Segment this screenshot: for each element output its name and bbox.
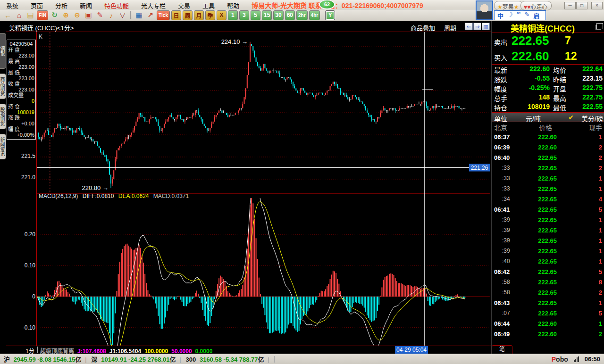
refresh-icon[interactable]: ↻ <box>50 10 59 20</box>
chart-tab-title[interactable]: 美精铜连 (CHCC)<1分> <box>9 23 74 32</box>
menu-item[interactable]: 分析 <box>49 0 74 9</box>
unit-bar[interactable]: 单位 元/吨 ✔ 美分/磅 <box>492 112 604 122</box>
layers-icon[interactable]: ▣ <box>84 10 93 20</box>
ask-row[interactable]: 卖出 222.65 7 <box>492 33 604 49</box>
index-turnover: 1546.15 <box>53 356 76 363</box>
alert-icon[interactable]: ♪ <box>106 10 116 20</box>
tick-row: 06:41 222.65 5 <box>492 205 604 215</box>
tick-price: 222.60 <box>528 320 557 327</box>
index-turnover-unit: 亿 <box>76 356 82 363</box>
menu-item[interactable]: 交易 <box>172 0 196 9</box>
panel-restore-icon[interactable] <box>596 23 603 29</box>
ime-lang-icon[interactable]: 中 <box>497 11 503 20</box>
period-link[interactable]: 周期 <box>444 23 456 32</box>
tick-time: 06:43 <box>494 299 510 306</box>
menu-item[interactable]: 新闻 <box>74 0 98 9</box>
period-4hr-button[interactable]: 4hr <box>309 10 320 20</box>
period-week-button[interactable]: 周 <box>183 10 193 20</box>
tick-row: :34 222.65 4 <box>492 195 604 205</box>
overlay-link[interactable]: 商品叠加 <box>411 23 435 32</box>
period-tick-button[interactable]: Tick <box>157 10 170 20</box>
period-3min-button[interactable]: 3 <box>239 10 249 20</box>
info-value: +0.00% <box>8 132 34 138</box>
signal-icon <box>574 356 579 362</box>
ime-punct-icon[interactable]: °’ <box>517 11 521 20</box>
sidebar-tab[interactable]: 股指期货 <box>0 104 6 129</box>
sidebar-tab[interactable]: 铜银 <box>0 33 6 69</box>
stat-value: 222.64 <box>570 65 603 73</box>
macd-axis-label: 0 <box>12 293 35 300</box>
menu-item[interactable]: 特色功能 <box>98 0 135 9</box>
sidebar-tab[interactable]: 商品期货 <box>0 74 6 99</box>
next-contract-icon[interactable]: ⇒ <box>473 23 481 30</box>
period-month-button[interactable]: 月 <box>194 10 204 20</box>
minimize-button[interactable]: ─ <box>564 2 576 9</box>
tick-table[interactable]: 06:37 222.60 1 06:39 222.60 2 06:40 222.… <box>492 132 604 340</box>
menu-item[interactable]: 光大专栏 <box>135 0 172 9</box>
ime-board-icon[interactable]: 启 <box>533 11 539 20</box>
ohlc-info-box[interactable]: 04290504 开 盘223.00最 高223.00最 低223.00收 盘2… <box>7 40 36 140</box>
period-2hr-button[interactable]: 2hr <box>296 10 308 20</box>
stat-value: 222.55 <box>570 103 603 110</box>
mengyi-button[interactable]: ★梦易★ <box>494 1 523 10</box>
indicator-value: 0.0000 <box>195 348 213 355</box>
unit-alt-value[interactable]: 美分/磅 <box>581 114 603 123</box>
notes-icon[interactable]: ▤ <box>25 10 35 20</box>
filter-icon[interactable]: ▽ <box>117 10 127 20</box>
svg-text:220.80 →: 220.80 → <box>82 184 109 191</box>
menu-item[interactable]: 页面 <box>25 0 49 9</box>
sidebar-tabs: 铜银商品期货股指期货新闻资讯 <box>0 33 6 159</box>
fin-info-button[interactable]: FIN <box>37 10 48 20</box>
period-year-button[interactable]: Y <box>325 10 335 20</box>
xinlianxin-button[interactable]: ♥♥心连心 <box>520 1 552 10</box>
tick-tab[interactable]: 笔 <box>492 345 512 354</box>
trend-chart-icon[interactable]: ↗ <box>145 10 155 20</box>
info-field: 最 高223.00 <box>8 58 34 70</box>
footer-period-label[interactable]: 1分 <box>6 347 34 355</box>
bid-row[interactable]: 买入 222.60 12 <box>492 49 604 65</box>
back-icon[interactable]: ← <box>3 10 13 20</box>
tick-price: 222.65 <box>528 258 557 265</box>
home-icon[interactable]: ⌂ <box>14 10 24 20</box>
tick-row: :33 222.65 1 <box>492 184 604 195</box>
draw-icon[interactable]: ✎ <box>95 10 105 20</box>
zoom-out-icon[interactable]: ⊖ <box>72 10 82 20</box>
tick-row: 06:43 222.65 1 <box>492 298 604 309</box>
quote-stat-row: 总手 148 最高 222.75 <box>492 93 604 103</box>
split-view-icon[interactable]: ▥ <box>482 23 490 30</box>
stat-value: 223.15 <box>570 74 603 82</box>
period-custom-button[interactable]: X <box>217 10 226 20</box>
period-5min-button[interactable]: 5 <box>251 10 260 20</box>
quote-stat-row: 幅度 -0.25% 开盘 222.75 <box>492 84 604 93</box>
menu-items: 系统页面分析新闻特色功能光大专栏交易工具帮助 <box>0 0 245 10</box>
close-button[interactable]: × <box>591 2 603 9</box>
prev-contract-icon[interactable]: ⇐ <box>465 23 473 30</box>
period-60min-button[interactable]: 60 <box>285 10 295 20</box>
menu-item[interactable]: 工具 <box>196 0 221 9</box>
period-30min-button[interactable]: 30 <box>273 10 283 20</box>
ime-toolbar[interactable]: 中☽°’✎启 <box>494 10 546 20</box>
quote-table-icon[interactable]: ▦ <box>134 10 144 20</box>
info-value: 0 <box>8 98 34 104</box>
tick-volume: 1 <box>599 175 602 182</box>
period-15min-button[interactable]: 15 <box>262 10 272 20</box>
toolbar-divider[interactable] <box>130 11 131 19</box>
ime-tools-icon[interactable]: ✎ <box>524 11 529 20</box>
period-quarter-button[interactable]: 季 <box>205 10 215 20</box>
svg-text:221.26: 221.26 <box>471 165 488 171</box>
index-quotes: 沪 2945.59 -8.08 1546.15亿 | 深 10149.91 -2… <box>4 355 271 364</box>
restore-button[interactable]: □ <box>576 2 587 9</box>
notification-badge[interactable]: 62 <box>319 0 335 9</box>
tick-time: :33 <box>502 165 510 171</box>
sidebar-tab[interactable]: 新闻资讯 <box>0 134 6 159</box>
tick-time: 06:42 <box>494 268 510 275</box>
沪: 沪 2945.59 -8.08 1546.15亿 | <box>4 355 89 364</box>
menu-item[interactable]: 系统 <box>0 0 25 9</box>
user-avatar[interactable] <box>476 0 493 20</box>
period-day-button[interactable]: 日 <box>171 10 181 20</box>
period-1min-button[interactable]: 1 <box>228 10 238 20</box>
ime-halfmoon-icon[interactable]: ☽ <box>507 11 513 20</box>
quote-stat-row: 最新 222.60 均价 222.64 <box>492 65 604 74</box>
stat-value: -0.55 <box>518 74 550 82</box>
zoom-in-icon[interactable]: ⊕ <box>61 10 71 20</box>
